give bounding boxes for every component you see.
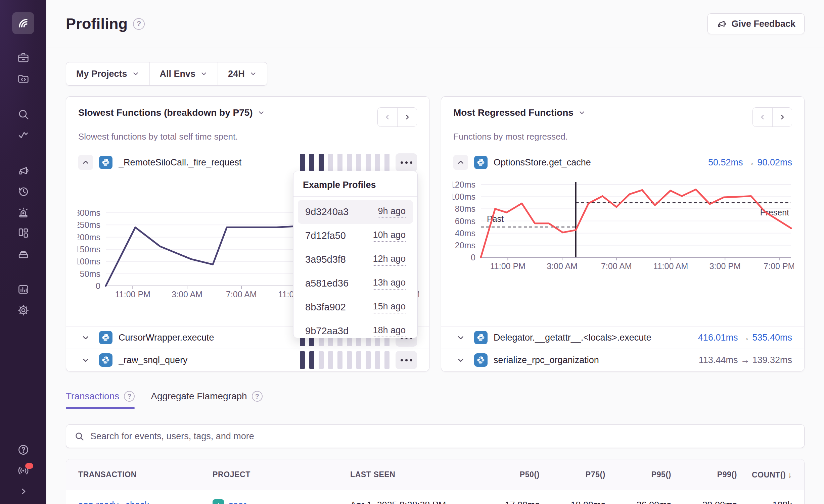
regression-values: 50.52ms→90.02ms: [708, 157, 792, 168]
collapse-row-button[interactable]: [453, 155, 468, 170]
chevron-down-icon: [578, 109, 586, 116]
column-p95[interactable]: P95(): [605, 470, 671, 479]
traces-icon[interactable]: [15, 127, 31, 143]
profile-id[interactable]: 3a95d3f8: [305, 254, 346, 265]
environment-filter[interactable]: All Envs: [149, 62, 218, 85]
more-options-button[interactable]: [396, 153, 417, 171]
function-name[interactable]: serialize_rpc_organization: [494, 355, 693, 365]
projects-icon[interactable]: [15, 70, 31, 87]
function-name[interactable]: _RemoteSiloCall._fire_request: [119, 157, 294, 168]
svg-text:Past: Past: [487, 214, 504, 223]
sentry-logo[interactable]: [12, 12, 34, 34]
replays-icon[interactable]: [15, 183, 31, 199]
before-duration-link[interactable]: 50.52ms: [708, 157, 743, 167]
profile-age-link[interactable]: 13h ago: [373, 278, 406, 290]
column-transaction[interactable]: TRANSACTION: [78, 470, 213, 479]
stats-icon[interactable]: [15, 281, 31, 297]
transaction-link[interactable]: app.ready._check: [78, 500, 149, 504]
tab-aggregate-flamegraph[interactable]: Aggregate Flamegraph ?: [151, 391, 262, 409]
chevron-up-icon: [456, 158, 465, 167]
expand-row-button[interactable]: [78, 330, 93, 345]
slowest-functions-title-dropdown[interactable]: Slowest Functions (breakdown by P75): [78, 107, 265, 118]
column-p75[interactable]: P75(): [540, 470, 605, 479]
column-p99[interactable]: P99(): [671, 470, 737, 479]
function-name[interactable]: CursorWrapper.execute: [119, 333, 294, 343]
column-project[interactable]: PROJECT: [213, 470, 350, 479]
profile-id[interactable]: 9b72aa3d: [305, 325, 349, 337]
profile-item[interactable]: 9b72aa3d 18h ago: [298, 319, 413, 343]
tab-help-icon[interactable]: ?: [124, 391, 135, 402]
give-feedback-button[interactable]: Give Feedback: [707, 13, 805, 34]
profile-age-link[interactable]: 10h ago: [373, 230, 406, 242]
help-icon[interactable]: [15, 442, 31, 458]
regression-values: 113.44ms→139.32ms: [699, 355, 792, 365]
profile-age-link[interactable]: 18h ago: [373, 325, 406, 337]
project-filter[interactable]: My Projects: [66, 62, 149, 85]
releases-icon[interactable]: [15, 246, 31, 262]
profile-id[interactable]: 7d12fa50: [305, 230, 346, 241]
collapse-row-button[interactable]: [78, 155, 93, 170]
expand-row-button[interactable]: [453, 330, 468, 345]
panel-header: Slowest Functions (breakdown by P75) Slo…: [66, 97, 429, 150]
after-duration-link[interactable]: 535.40ms: [752, 333, 792, 343]
svg-text:60ms: 60ms: [455, 216, 475, 226]
collapse-icon[interactable]: [15, 483, 31, 499]
svg-text:3:00 AM: 3:00 AM: [172, 290, 202, 299]
popup-title: Example Profiles: [293, 171, 417, 197]
dashboards-icon[interactable]: [15, 225, 31, 241]
profile-id[interactable]: 9d3240a3: [305, 206, 349, 217]
profile-id[interactable]: a581ed36: [305, 278, 349, 289]
column-count[interactable]: COUNT()↓: [737, 470, 792, 480]
python-icon: [99, 353, 112, 367]
settings-icon[interactable]: [15, 302, 31, 318]
transaction-cell: app.ready._check: [78, 500, 213, 504]
explore-icon[interactable]: [15, 106, 31, 122]
profile-item[interactable]: 9d3240a3 9h ago: [298, 200, 413, 224]
search-input[interactable]: [90, 431, 796, 442]
project-link[interactable]: seer: [229, 500, 246, 504]
svg-text:120ms: 120ms: [453, 180, 475, 189]
profile-item[interactable]: 3a95d3f8 12h ago: [298, 248, 413, 271]
expand-row-button[interactable]: [453, 353, 468, 367]
last-seen-cell: Apr 1, 2025 9:28:38 PM: [350, 500, 474, 504]
alerts-icon[interactable]: [15, 204, 31, 220]
svg-text:50ms: 50ms: [80, 269, 100, 279]
page-help-icon[interactable]: ?: [133, 18, 145, 30]
profile-age-link[interactable]: 12h ago: [373, 254, 406, 266]
profile-item[interactable]: 8b3fa902 15h ago: [298, 295, 413, 319]
tab-transactions[interactable]: Transactions ?: [66, 391, 135, 409]
profile-age-link[interactable]: 9h ago: [378, 206, 406, 218]
profile-age-link[interactable]: 15h ago: [373, 301, 406, 313]
more-options-button[interactable]: [396, 351, 417, 369]
function-name[interactable]: Delegator.__getattr__.<locals>.execute: [494, 333, 692, 343]
tab-bar: Transactions ? Aggregate Flamegraph ?: [66, 391, 805, 409]
feedback-icon[interactable]: [15, 162, 31, 179]
svg-text:0: 0: [471, 253, 475, 262]
next-page-button[interactable]: [397, 108, 417, 127]
profile-item[interactable]: 7d12fa50 10h ago: [298, 224, 413, 248]
tab-help-icon[interactable]: ?: [252, 391, 263, 402]
after-duration-link[interactable]: 90.02ms: [757, 157, 792, 167]
regression-values: 416.01ms→535.40ms: [698, 333, 792, 343]
after-duration: 139.32ms: [752, 355, 792, 365]
prev-page-button[interactable]: [753, 108, 772, 127]
whats-new-icon[interactable]: [15, 462, 31, 478]
function-name[interactable]: OptionsStore.get_cache: [494, 157, 702, 168]
issues-icon[interactable]: [15, 50, 31, 66]
function-name[interactable]: _raw_snql_query: [119, 355, 294, 365]
before-duration-link[interactable]: 416.01ms: [698, 333, 738, 343]
search-icon: [74, 431, 84, 441]
prev-page-button[interactable]: [378, 108, 397, 127]
filter-bar: My Projects All Envs 24H: [66, 62, 267, 86]
next-page-button[interactable]: [772, 108, 792, 127]
column-p50[interactable]: P50(): [474, 470, 540, 479]
most-regressed-title-dropdown[interactable]: Most Regressed Functions: [453, 107, 586, 118]
profile-item[interactable]: a581ed36 13h ago: [298, 271, 413, 295]
profile-id[interactable]: 8b3fa902: [305, 302, 346, 313]
svg-text:11:00 PM: 11:00 PM: [490, 261, 525, 271]
svg-text:40ms: 40ms: [455, 229, 475, 238]
date-range-filter[interactable]: 24H: [218, 62, 267, 85]
column-last-seen[interactable]: LAST SEEN: [350, 470, 474, 479]
expand-row-button[interactable]: [78, 353, 93, 367]
table-row[interactable]: app.ready._check seer Apr 1, 2025 9:28:3…: [66, 490, 804, 504]
